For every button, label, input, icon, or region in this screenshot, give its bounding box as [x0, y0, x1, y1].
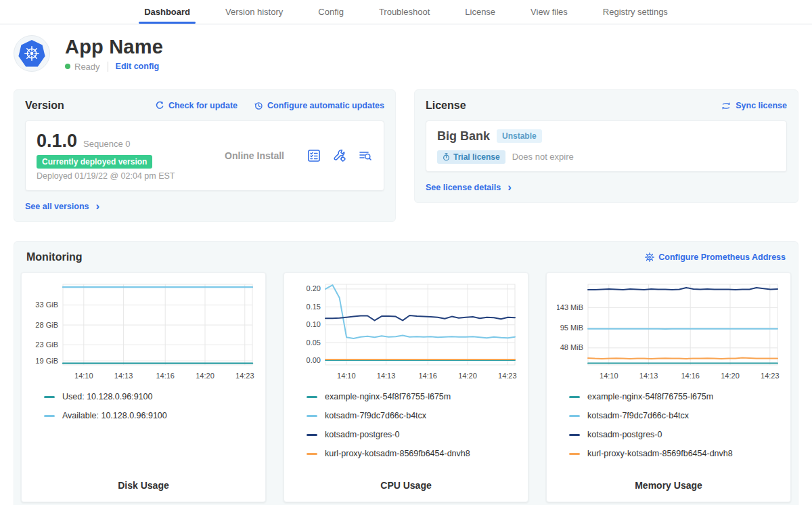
svg-text:14:23: 14:23: [235, 372, 254, 380]
legend-label: kotsadm-postgres-0: [325, 430, 399, 439]
version-actions: Check for update Configure automatic upd…: [155, 101, 384, 110]
legend-swatch-icon: [569, 434, 580, 436]
svg-text:14:20: 14:20: [721, 372, 740, 380]
legend-swatch-icon: [569, 453, 580, 455]
legend-swatch-icon: [307, 434, 317, 436]
customer-name: Big Bank: [437, 129, 490, 144]
tab-license[interactable]: License: [447, 0, 513, 24]
chart-title: Disk Usage: [32, 480, 255, 496]
legend-label: Used: 10.128.0.96:9100: [62, 392, 152, 401]
legend-label: kurl-proxy-kotsadm-8569fb6454-dnvh8: [587, 449, 733, 458]
monitoring-heading: Monitoring: [26, 251, 83, 263]
see-all-versions-link[interactable]: See all versions: [25, 202, 99, 211]
svg-text:14:16: 14:16: [418, 372, 437, 380]
svg-text:143 MiB: 143 MiB: [557, 303, 583, 311]
chart-title: Memory Usage: [557, 480, 780, 496]
license-name-row: Big Bank Unstable: [437, 129, 775, 144]
sync-arrows-icon: [721, 102, 731, 110]
tab-config[interactable]: Config: [300, 0, 361, 24]
app-status-label: Ready: [74, 62, 100, 72]
tab-troubleshoot[interactable]: Troubleshoot: [361, 0, 447, 24]
svg-text:14:13: 14:13: [377, 372, 396, 380]
legend-item: kurl-proxy-kotsadm-8569fb6454-dnvh8: [569, 449, 780, 458]
license-card-footer: See license details: [426, 181, 787, 193]
configure-auto-updates-link[interactable]: Configure automatic updates: [254, 101, 384, 110]
install-type-label: Online Install: [202, 150, 307, 161]
version-card-header: Version Check for update: [25, 100, 384, 112]
legend-label: example-nginx-54f8f76755-l675m: [325, 392, 451, 401]
kubernetes-logo-icon: [14, 35, 50, 72]
license-card: License Sync license Big Bank Unstable: [414, 89, 798, 203]
legend-label: kotsadm-7f9dc7d66c-b4tcx: [587, 411, 689, 420]
dashboard-content: App Name Ready Edit config Version: [0, 35, 812, 505]
license-heading: License: [426, 100, 466, 112]
disk-usage-chart: 14:1014:1314:1614:2014:2333 GiB28 GiB23 …: [32, 280, 255, 385]
legend-label: example-nginx-54f8f76755-l675m: [587, 392, 713, 401]
version-action-icons: [307, 148, 373, 163]
nav-tabs: Dashboard Version history Config Trouble…: [127, 0, 685, 24]
cpu-usage-chart: 14:1014:1314:1614:2014:230.200.150.100.0…: [294, 280, 518, 385]
svg-text:14:20: 14:20: [458, 372, 477, 380]
svg-text:23 GiB: 23 GiB: [35, 341, 58, 349]
legend-item: kotsadm-7f9dc7d66c-b4tcx: [569, 411, 780, 420]
channel-badge: Unstable: [497, 129, 542, 143]
deploy-logs-icon[interactable]: [358, 148, 373, 163]
svg-text:19 GiB: 19 GiB: [35, 357, 58, 365]
disk-usage-legend: Used: 10.128.0.96:9100Available: 10.128.…: [32, 392, 255, 430]
tab-version-history[interactable]: Version history: [208, 0, 300, 24]
svg-text:33 GiB: 33 GiB: [35, 301, 58, 309]
svg-text:14:10: 14:10: [74, 372, 93, 380]
version-number: 0.1.0: [37, 131, 77, 152]
license-info-card: Big Bank Unstable Trial license Does not…: [426, 120, 787, 172]
edit-config-link[interactable]: Edit config: [116, 62, 160, 71]
svg-text:28 GiB: 28 GiB: [35, 321, 58, 329]
tab-dashboard[interactable]: Dashboard: [127, 0, 208, 24]
legend-item: example-nginx-54f8f76755-l675m: [569, 392, 780, 401]
tab-view-files[interactable]: View files: [513, 0, 585, 24]
svg-text:0.20: 0.20: [307, 284, 321, 292]
monitoring-card: Monitoring Configure Prometheus Address: [14, 241, 798, 505]
configure-prometheus-link[interactable]: Configure Prometheus Address: [645, 252, 786, 262]
svg-text:14:16: 14:16: [681, 372, 700, 380]
tab-registry-settings[interactable]: Registry settings: [585, 0, 685, 24]
preflight-checks-icon[interactable]: [307, 148, 321, 163]
legend-swatch-icon: [44, 396, 55, 398]
sync-license-link[interactable]: Sync license: [721, 101, 787, 110]
app-header-text: App Name Ready Edit config: [65, 36, 163, 72]
version-card-footer: See all versions: [25, 200, 384, 212]
see-license-details-link[interactable]: See license details: [426, 183, 512, 192]
legend-item: kotsadm-postgres-0: [307, 430, 518, 439]
legend-swatch-icon: [569, 415, 580, 417]
legend-label: Available: 10.128.0.96:9100: [62, 411, 167, 420]
app-title: App Name: [65, 36, 163, 58]
refresh-icon: [155, 101, 164, 110]
trial-license-badge: Trial license: [437, 150, 505, 164]
sequence-label: Sequence 0: [83, 139, 130, 149]
status-dot-icon: [65, 64, 70, 69]
memory-usage-legend: example-nginx-54f8f76755-l675mkotsadm-7f…: [557, 392, 780, 468]
cpu-usage-legend: example-nginx-54f8f76755-l675mkotsadm-7f…: [294, 392, 518, 468]
deployed-timestamp: Deployed 01/19/22 @ 02:04 pm EST: [37, 171, 202, 181]
legend-swatch-icon: [44, 415, 55, 417]
version-number-row: 0.1.0 Sequence 0: [37, 131, 202, 152]
memory-usage-chart-card: 14:1014:1314:1614:2014:23143 MiB95 MiB48…: [546, 272, 791, 502]
legend-item: example-nginx-54f8f76755-l675m: [307, 392, 518, 401]
charts-row: 14:1014:1314:1614:2014:2333 GiB28 GiB23 …: [21, 272, 791, 502]
svg-text:0.00: 0.00: [307, 356, 321, 364]
svg-text:14:10: 14:10: [600, 372, 618, 380]
svg-text:0.15: 0.15: [307, 303, 321, 311]
legend-label: kotsadm-postgres-0: [587, 430, 662, 439]
legend-label: kotsadm-7f9dc7d66c-b4tcx: [325, 411, 426, 420]
legend-swatch-icon: [307, 396, 317, 398]
current-version-card: 0.1.0 Sequence 0 Currently deployed vers…: [25, 120, 384, 191]
gear-icon: [645, 252, 654, 262]
legend-item: kotsadm-7f9dc7d66c-b4tcx: [307, 411, 518, 420]
legend-label: kurl-proxy-kotsadm-8569fb6454-dnvh8: [325, 449, 470, 458]
license-card-header: License Sync license: [426, 100, 787, 112]
legend-swatch-icon: [307, 453, 317, 455]
check-for-update-link[interactable]: Check for update: [155, 101, 238, 110]
config-wrench-icon[interactable]: [332, 148, 347, 163]
version-info: 0.1.0 Sequence 0 Currently deployed vers…: [37, 131, 202, 181]
stopwatch-icon: [443, 153, 450, 161]
chart-title: CPU Usage: [294, 480, 518, 496]
